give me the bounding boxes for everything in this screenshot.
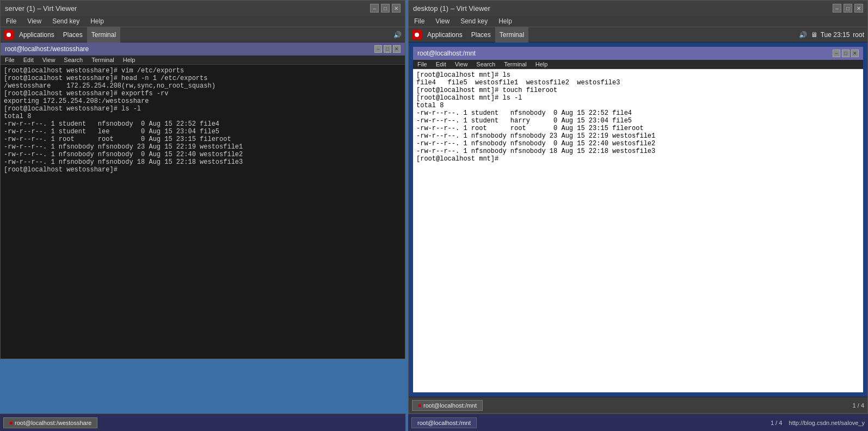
desktop-file-menu[interactable]: File: [409, 16, 430, 27]
server-virt-window: server (1) – Virt Viewer – □ ✕ File View…: [0, 0, 405, 359]
desktop-inner-maximize[interactable]: □: [842, 50, 849, 57]
server-terminal-menu[interactable]: Terminal: [87, 27, 120, 42]
desktop-close-button[interactable]: ✕: [854, 4, 863, 13]
server-term-terminal[interactable]: Terminal: [87, 56, 119, 64]
server-terminal-close[interactable]: ✕: [393, 45, 401, 53]
taskbar-pagination: 1 / 4: [771, 420, 782, 426]
desktop-inner-help[interactable]: Help: [531, 60, 552, 69]
right-taskbar-item[interactable]: root@localhost:/mnt: [411, 417, 477, 428]
desktop-sendkey-menu[interactable]: Send key: [455, 16, 493, 27]
server-maximize-button[interactable]: □: [381, 4, 390, 13]
server-virt-menubar: File View Send key Help: [1, 16, 405, 27]
desktop-window-title: desktop (1) – Virt Viewer: [413, 4, 490, 13]
desktop-taskbar-terminal-label: root@localhost:/mnt: [423, 402, 477, 409]
server-titlebar: server (1) – Virt Viewer – □ ✕: [1, 1, 405, 16]
desktop-inner-view[interactable]: View: [451, 60, 472, 69]
server-window-title: server (1) – Virt Viewer: [5, 4, 77, 13]
desktop-time: Tue 23:15: [821, 31, 850, 39]
desktop-inner-terminal-content[interactable]: [root@localhost mnt]# ls file4 file5 wes…: [413, 69, 863, 392]
server-terminal-maximize[interactable]: □: [384, 45, 391, 53]
desktop-panel-left: Applications Places Terminal: [412, 27, 528, 42]
desktop-maximize-button[interactable]: □: [844, 4, 852, 13]
server-view-menu[interactable]: View: [22, 16, 47, 27]
server-term-file[interactable]: File: [1, 56, 19, 64]
server-terminal-title-btns: – □ ✕: [374, 45, 401, 53]
desktop-virt-menubar: File View Send key Help: [409, 16, 867, 27]
desktop-inner-terminal-title: root@localhost:/mnt: [417, 50, 476, 57]
server-vm-desktop: Applications Places Terminal 🔊 root@loca…: [1, 27, 405, 359]
desktop-taskbar-terminal-item[interactable]: ■ root@localhost:/mnt: [412, 400, 483, 411]
server-terminal-titlebar: root@localhost:/westosshare – □ ✕: [1, 42, 405, 56]
server-term-search[interactable]: Search: [59, 56, 87, 64]
server-terminal-window: root@localhost:/westosshare – □ ✕ File E…: [1, 42, 405, 359]
desktop-inner-terminal-titlebar: root@localhost:/mnt – □ ✕: [413, 47, 863, 60]
desktop-vm-taskbar: ■ root@localhost:/mnt 1 / 4: [409, 397, 867, 413]
server-applications-menu[interactable]: Applications: [15, 27, 59, 42]
desktop-titlebar-buttons: – □ ✕: [833, 4, 863, 13]
desktop-inner-terminal-menubar: File Edit View Search Terminal Help: [413, 60, 863, 69]
desktop-places-menu[interactable]: Places: [467, 27, 495, 42]
server-help-menu[interactable]: Help: [85, 16, 109, 27]
left-taskbar-item[interactable]: ■ root@localhost:/westosshare: [3, 417, 97, 428]
desktop-vm-desktop: Applications Places Terminal 🔊 🖥 Tue 23:…: [409, 27, 867, 413]
desktop-taskbar-pagination: 1 / 4: [853, 402, 864, 409]
server-terminal-title: root@localhost:/westosshare: [5, 45, 89, 53]
server-term-edit[interactable]: Edit: [19, 56, 38, 64]
desktop-inner-close[interactable]: ✕: [851, 50, 859, 57]
footer-url: http://blog.csdn.net/salove_y: [789, 420, 865, 426]
desktop-titlebar: desktop (1) – Virt Viewer – □ ✕: [409, 1, 867, 16]
desktop-speaker-icon: 🔊: [799, 30, 808, 39]
desktop-help-menu[interactable]: Help: [493, 16, 518, 27]
desktop-inner-minimize[interactable]: –: [833, 50, 840, 57]
server-terminal-content[interactable]: [root@localhost westosshare]# vim /etc/e…: [1, 65, 405, 359]
left-taskbar-label: root@localhost:/westosshare: [15, 420, 91, 426]
svg-point-1: [415, 33, 419, 37]
server-places-menu[interactable]: Places: [59, 27, 87, 42]
desktop-applications-menu[interactable]: Applications: [423, 27, 467, 42]
desktop-view-menu[interactable]: View: [430, 16, 455, 27]
desktop-vm-panel: Applications Places Terminal 🔊 🖥 Tue 23:…: [409, 27, 867, 42]
server-close-button[interactable]: ✕: [392, 4, 401, 13]
server-panel-left: Applications Places Terminal: [4, 27, 120, 42]
svg-point-0: [7, 33, 11, 37]
server-panel-right: 🔊: [393, 30, 402, 39]
desktop-inner-edit[interactable]: Edit: [432, 60, 451, 69]
desktop-user: root: [853, 31, 864, 39]
desktop-inner-file[interactable]: File: [413, 60, 432, 69]
desktop-battery-icon: 🖥: [811, 31, 817, 39]
desktop-virt-window: desktop (1) – Virt Viewer – □ ✕ File Vie…: [408, 0, 868, 414]
server-file-menu[interactable]: File: [1, 16, 22, 27]
desktop-inner-terminal[interactable]: Terminal: [500, 60, 531, 69]
desktop-inner-search[interactable]: Search: [472, 60, 500, 69]
server-terminal-minimize[interactable]: –: [374, 45, 382, 53]
desktop-inner-terminal-btns: – □ ✕: [833, 50, 859, 57]
speaker-icon: 🔊: [393, 30, 402, 39]
right-taskbar-right: 1 / 4 http://blog.csdn.net/salove_y: [771, 420, 865, 426]
server-terminal-menubar: File Edit View Search Terminal Help: [1, 56, 405, 65]
left-outer-taskbar: ■ root@localhost:/westosshare: [0, 414, 405, 431]
desktop-panel-right: 🔊 🖥 Tue 23:15 root: [799, 30, 864, 39]
right-taskbar-item-label: root@localhost:/mnt: [417, 420, 471, 426]
server-panel-icon: [4, 30, 14, 40]
server-titlebar-buttons: – □ ✕: [370, 4, 401, 13]
server-vm-panel: Applications Places Terminal 🔊: [1, 27, 405, 42]
desktop-terminal-menu[interactable]: Terminal: [495, 27, 528, 42]
server-term-view[interactable]: View: [38, 56, 60, 64]
desktop-inner-terminal-container: root@localhost:/mnt – □ ✕ File Edit View…: [413, 47, 863, 392]
server-sendkey-menu[interactable]: Send key: [47, 16, 85, 27]
desktop-minimize-button[interactable]: –: [833, 4, 841, 13]
server-minimize-button[interactable]: –: [370, 4, 379, 13]
server-term-help[interactable]: Help: [119, 56, 140, 64]
desktop-panel-icon: [412, 30, 422, 40]
right-outer-taskbar: root@localhost:/mnt 1 / 4 http://blog.cs…: [408, 414, 868, 431]
